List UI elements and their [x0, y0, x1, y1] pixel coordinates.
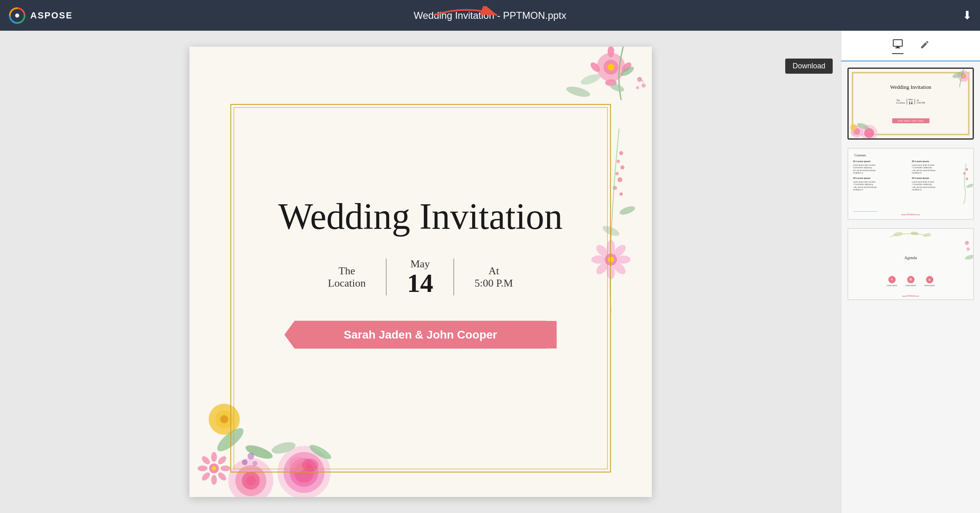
thumb1-ribbon: Sarah Jaden & John Cooper — [892, 118, 929, 123]
thumb3-floral-right — [961, 229, 973, 282]
names-ribbon: Sarah Jaden & John Cooper — [295, 321, 546, 349]
svg-point-57 — [613, 186, 617, 190]
svg-point-25 — [216, 455, 228, 466]
thumb3-title: Agenda — [904, 255, 917, 260]
svg-point-90 — [922, 233, 931, 238]
right-panel: Wedding Invitation TheLocation May14 At5… — [841, 31, 980, 513]
svg-point-28 — [211, 475, 217, 485]
svg-point-89 — [910, 231, 919, 235]
app-header: ASPOSE Wedding Invitation - PPTMON.pptx … — [0, 0, 980, 31]
svg-point-59 — [618, 205, 636, 217]
thumbnail-3[interactable]: Agenda ≡ Lorem ipsum ✿ Lorem ipsum ▲ Lo — [847, 228, 974, 300]
svg-point-24 — [211, 452, 217, 462]
thumb1-date: May14 — [908, 98, 913, 105]
slide-area: Download — [0, 31, 841, 513]
svg-point-33 — [212, 466, 216, 470]
main-layout: Download — [0, 31, 980, 513]
arrow-annotation — [430, 6, 503, 25]
svg-rect-71 — [893, 40, 902, 46]
thumb3-icon-1: ≡ Lorem ipsum — [886, 276, 897, 287]
thumbnail-list[interactable]: Wedding Invitation TheLocation May14 At5… — [841, 61, 980, 513]
thumb2-footer: www.PPTMON.com — [901, 213, 920, 216]
thumb1-daterow: TheLocation May14 At5:00 PM — [896, 98, 925, 105]
thumb2-item-1: 01 Lorem ipsum Lorem ipsum dolor sit ame… — [853, 160, 910, 174]
location-col: The Location — [307, 265, 386, 289]
svg-point-81 — [864, 128, 874, 138]
slides-tab[interactable] — [892, 38, 903, 54]
thumb1-div2 — [915, 99, 915, 104]
slides-tab-icon — [892, 38, 903, 49]
thumb2-grid: 01 Lorem ipsum Lorem ipsum dolor sit ame… — [853, 160, 968, 191]
thumb1-location: TheLocation — [896, 99, 905, 104]
thumbnail-3-slide: Agenda ≡ Lorem ipsum ✿ Lorem ipsum ▲ Lo — [848, 229, 973, 299]
svg-point-91 — [965, 241, 969, 245]
thumb3-label-2: Lorem ipsum — [905, 285, 916, 287]
thumbnail-2-slide: Contents 01 Lorem ipsum Lorem ipsum dolo… — [848, 149, 973, 219]
svg-point-27 — [216, 471, 228, 482]
logo-text: ASPOSE — [30, 10, 73, 21]
svg-point-23 — [220, 415, 228, 423]
thumb3-icon-circle-2: ✿ — [907, 276, 914, 283]
thumb3-icon-3: ▲ Lorem ipsum — [924, 276, 935, 287]
thumbnail-1-slide: Wedding Invitation TheLocation May14 At5… — [849, 69, 973, 138]
svg-point-19 — [579, 72, 602, 87]
svg-point-56 — [617, 177, 622, 182]
thumb2-title: Contents — [854, 154, 866, 157]
svg-point-63 — [616, 255, 631, 264]
svg-point-5 — [608, 64, 614, 70]
thumbnail-1[interactable]: Wedding Invitation TheLocation May14 At5… — [847, 68, 974, 140]
thumb3-icon-2: ✿ Lorem ipsum — [905, 276, 916, 287]
svg-point-55 — [615, 172, 619, 175]
thumb2-item-4: 04 Lorem ipsum Lorem ipsum dolor sit ame… — [912, 177, 969, 191]
slide-main-title: Wedding Invitation — [278, 195, 563, 237]
svg-point-58 — [620, 192, 623, 196]
thumb1-floral-tr — [944, 69, 973, 91]
aspose-logo-icon — [8, 7, 26, 25]
header-right: ⬇ — [890, 9, 972, 22]
time-value: 5:00 P.M — [475, 277, 513, 289]
thumb3-label-3: Lorem ipsum — [924, 285, 935, 287]
svg-point-17 — [642, 84, 646, 88]
thumb2-item-2: 02 Lorem ipsum Lorem ipsum dolor sit ame… — [912, 160, 969, 174]
svg-point-26 — [221, 466, 230, 471]
thumb1-time: At5:00 PM — [917, 99, 925, 104]
thumb1-div1 — [907, 99, 907, 104]
thumb1-floral-bl — [849, 112, 881, 138]
day-number: 14 — [407, 270, 433, 296]
svg-point-1 — [15, 14, 19, 18]
svg-point-52 — [619, 151, 623, 155]
slide-text-content: Wedding Invitation The Location May 14 A… — [278, 195, 563, 349]
svg-point-88 — [893, 231, 903, 237]
svg-point-92 — [966, 247, 970, 251]
location-label-line2: Location — [328, 277, 365, 289]
thumb3-icon-circle-1: ≡ — [888, 276, 895, 283]
thumb3-icon-circle-3: ▲ — [926, 276, 933, 283]
thumb1-title: Wedding Invitation — [890, 84, 931, 90]
logo-area: ASPOSE — [8, 7, 90, 25]
thumb2-line — [853, 211, 878, 212]
svg-point-29 — [200, 471, 211, 482]
location-label-line1: The — [328, 265, 365, 277]
svg-point-44 — [246, 476, 256, 486]
main-slide: Wedding Invitation The Location May 14 A… — [189, 47, 652, 497]
at-label: At — [475, 265, 513, 277]
panel-header — [841, 31, 980, 61]
download-icon[interactable]: ⬇ — [962, 9, 972, 22]
svg-point-82 — [850, 124, 857, 131]
svg-point-30 — [198, 466, 207, 471]
thumb3-icons-row: ≡ Lorem ipsum ✿ Lorem ipsum ▲ Lorem ipsu… — [886, 276, 935, 287]
thumb2-item-3: 03 Lorem ipsum Lorem ipsum dolor sit ame… — [853, 177, 910, 191]
date-col: May 14 — [387, 258, 454, 296]
time-col: At 5:00 P.M — [454, 265, 534, 289]
svg-point-53 — [617, 160, 620, 163]
download-tooltip[interactable]: Download — [785, 59, 833, 74]
svg-point-20 — [565, 85, 591, 99]
svg-point-31 — [200, 455, 211, 466]
svg-point-18 — [636, 86, 639, 89]
thumbnail-2[interactable]: Contents 01 Lorem ipsum Lorem ipsum dolo… — [847, 148, 974, 220]
edit-tab-icon — [920, 40, 930, 50]
thumb3-footer: www.PPTMON.com — [902, 295, 919, 297]
svg-point-54 — [620, 165, 624, 169]
edit-tab[interactable] — [920, 40, 930, 52]
date-row: The Location May 14 At 5:00 P.M — [278, 258, 563, 296]
